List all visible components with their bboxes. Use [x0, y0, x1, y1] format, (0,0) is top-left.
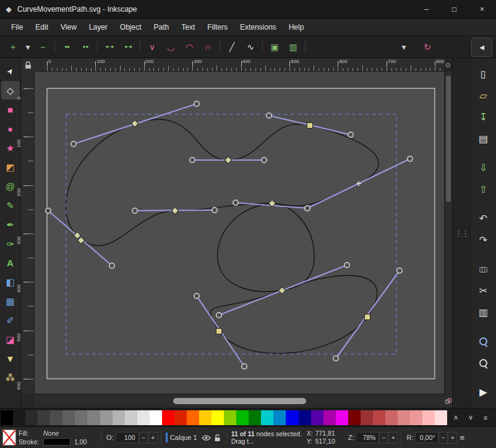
menu-extensions[interactable]: Extensions: [234, 20, 283, 34]
palette-swatch[interactable]: [50, 410, 62, 425]
toggle-dialogs-button[interactable]: ▶: [474, 381, 494, 403]
palette-swatch[interactable]: [150, 410, 162, 425]
canvas[interactable]: [35, 72, 444, 394]
handle-endpoint[interactable]: [216, 313, 221, 318]
tool-ellipse[interactable]: ●: [1, 119, 20, 138]
import-image-button[interactable]: ⇩: [474, 157, 494, 179]
palette-swatch[interactable]: [38, 410, 50, 425]
palette-swatch[interactable]: [311, 410, 323, 425]
palette-scroll-up-button[interactable]: ∧: [451, 413, 461, 421]
menu-view[interactable]: View: [54, 20, 83, 34]
menu-help[interactable]: Help: [283, 20, 310, 34]
handle-endpoint[interactable]: [71, 142, 76, 146]
palette-swatch[interactable]: [162, 410, 174, 425]
node-auto-button[interactable]: ∩: [199, 38, 217, 56]
palette-swatch[interactable]: [187, 410, 199, 425]
zoom-to-page-button[interactable]: [474, 352, 494, 374]
node-symmetric-button[interactable]: ◠: [180, 38, 199, 56]
ruler-corner-button[interactable]: ⊙: [443, 58, 453, 72]
palette-menu-button[interactable]: ≡: [481, 414, 490, 421]
palette-swatch[interactable]: [398, 410, 410, 425]
palette-swatch[interactable]: [125, 410, 137, 425]
node-smooth-button[interactable]: ◡: [161, 38, 180, 56]
print-document-button[interactable]: ▤: [474, 128, 494, 150]
join-nodes-button[interactable]: ●●: [58, 38, 76, 56]
palette-swatch[interactable]: [348, 410, 361, 425]
vertical-scrollbar-thumb[interactable]: [446, 75, 451, 202]
menu-layer[interactable]: Layer: [83, 20, 114, 34]
stroke-to-path-button[interactable]: ▥: [284, 38, 302, 56]
handle-endpoint[interactable]: [190, 158, 195, 163]
handle-endpoint[interactable]: [408, 156, 413, 161]
close-button[interactable]: ×: [468, 0, 496, 18]
maximize-button[interactable]: □: [440, 0, 468, 18]
opacity-decrease-button[interactable]: −: [139, 432, 148, 444]
segment-line-button[interactable]: ╱: [223, 38, 241, 56]
break-nodes-button[interactable]: ● ●: [76, 38, 95, 56]
rotation-decrease-button[interactable]: −: [438, 432, 448, 444]
minimize-button[interactable]: –: [413, 0, 440, 18]
x-coordinate-dropdown-button[interactable]: ▾: [395, 38, 413, 56]
handle-endpoint[interactable]: [397, 268, 402, 273]
horizontal-ruler[interactable]: 0100200300400500600700800: [35, 58, 444, 72]
tool-paint-bucket[interactable]: ▼: [1, 349, 20, 368]
handle-endpoint[interactable]: [305, 206, 310, 211]
palette-swatch[interactable]: [373, 410, 385, 425]
palette-swatch[interactable]: [62, 410, 75, 425]
tool-box-3d[interactable]: ◩: [1, 158, 20, 176]
palette-swatch[interactable]: [137, 410, 150, 425]
palette-swatch[interactable]: [323, 410, 336, 425]
handle-endpoint[interactable]: [194, 294, 199, 298]
handle-endpoint[interactable]: [212, 208, 217, 213]
horizontal-scrollbar-thumb[interactable]: [173, 398, 306, 404]
insert-node-button[interactable]: +: [4, 38, 22, 56]
handle-endpoint[interactable]: [242, 364, 247, 369]
tool-text[interactable]: A: [1, 253, 20, 272]
show-transform-handles-button[interactable]: ↻: [418, 38, 437, 56]
path-node[interactable]: [307, 123, 313, 129]
handle-endpoint[interactable]: [348, 132, 353, 137]
palette-swatch[interactable]: [236, 410, 249, 425]
zoom-to-drawing-button[interactable]: [474, 331, 494, 352]
palette-swatch[interactable]: [385, 410, 398, 425]
stroke-width-value[interactable]: 1,00: [74, 438, 87, 446]
tool-selector[interactable]: ➤: [1, 62, 20, 80]
palette-swatch[interactable]: [336, 410, 348, 425]
opacity-increase-button[interactable]: +: [148, 432, 158, 444]
opacity-input[interactable]: 100: [116, 432, 139, 443]
export-image-button[interactable]: ⇧: [474, 179, 494, 200]
canvas-viewport[interactable]: [35, 72, 444, 394]
scrollbar-corner[interactable]: [444, 394, 452, 408]
vertical-scrollbar[interactable]: [444, 72, 452, 394]
fill-none-swatch[interactable]: [2, 429, 16, 446]
paste-button[interactable]: ▥: [474, 302, 494, 323]
menu-filters[interactable]: Filters: [201, 20, 234, 34]
rotation-input[interactable]: 0,00°: [415, 432, 438, 443]
palette-swatch[interactable]: [286, 410, 298, 425]
delete-segment-button[interactable]: ●╌●: [119, 38, 137, 56]
palette-swatch[interactable]: [174, 410, 187, 425]
save-document-button[interactable]: ↧: [474, 106, 494, 128]
handle-endpoint[interactable]: [132, 208, 137, 213]
redo-button[interactable]: ↷: [474, 229, 494, 251]
palette-swatch[interactable]: [113, 410, 125, 425]
palette-swatch[interactable]: [224, 410, 236, 425]
palette-swatch[interactable]: [199, 410, 212, 425]
delete-node-button[interactable]: −: [33, 38, 52, 56]
dock-grip-handle[interactable]: ⋮⋮: [453, 229, 470, 238]
menu-object[interactable]: Object: [114, 20, 148, 34]
palette-swatch[interactable]: [212, 410, 224, 425]
path-node[interactable]: [365, 315, 370, 320]
palette-swatch[interactable]: [410, 410, 422, 425]
object-to-path-button[interactable]: ▣: [265, 38, 284, 56]
menu-file[interactable]: File: [5, 20, 29, 34]
zoom-increase-button[interactable]: +: [388, 432, 398, 444]
palette-swatch[interactable]: [422, 410, 435, 425]
palette-scroll-down-button[interactable]: ∨: [466, 413, 476, 421]
fill-value[interactable]: None: [43, 429, 59, 437]
palette-swatch[interactable]: [25, 410, 38, 425]
new-document-button[interactable]: ▯: [474, 63, 494, 85]
undo-button[interactable]: ↶: [474, 208, 494, 229]
palette-swatch[interactable]: [13, 410, 25, 425]
zoom-decrease-button[interactable]: −: [379, 432, 388, 444]
